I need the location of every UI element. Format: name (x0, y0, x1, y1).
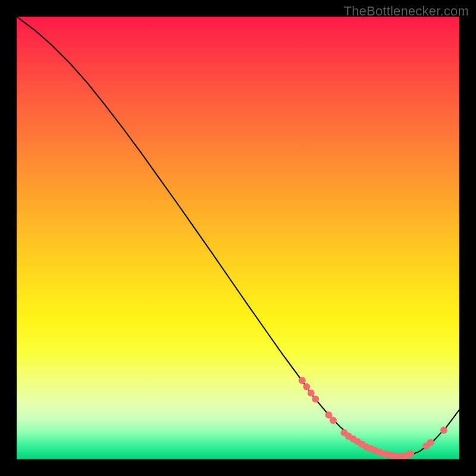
curve-marker (312, 396, 319, 403)
curve-marker (407, 450, 414, 458)
curve-marker (440, 427, 447, 434)
curve-marker (303, 383, 310, 390)
curve-marker-group (299, 377, 447, 459)
chart-frame: TheBottlenecker.com (0, 0, 476, 476)
plot-area (17, 17, 459, 459)
curve-marker (299, 377, 306, 384)
curve-marker (427, 439, 434, 446)
bottleneck-curve-svg (17, 17, 459, 459)
curve-marker (308, 389, 315, 396)
bottleneck-curve-path (17, 17, 459, 457)
watermark-text: TheBottlenecker.com (344, 4, 469, 19)
curve-marker (330, 417, 337, 424)
